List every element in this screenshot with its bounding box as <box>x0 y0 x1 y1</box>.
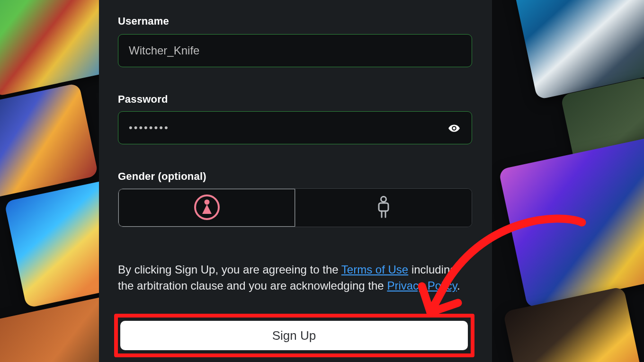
terms-text: By clicking Sign Up, you are agreeing to… <box>118 262 472 294</box>
bg-tile <box>0 0 116 97</box>
female-icon <box>194 194 220 222</box>
signup-panel: Username Password Gender (optional) <box>99 0 492 362</box>
signup-button[interactable]: Sign Up <box>120 321 468 350</box>
eye-icon <box>448 122 460 136</box>
password-label: Password <box>118 93 168 106</box>
privacy-policy-link[interactable]: Privacy Policy <box>387 279 457 292</box>
terms-lead: By clicking Sign Up, you are agreeing to… <box>118 263 341 276</box>
svg-point-1 <box>204 199 209 204</box>
male-icon <box>376 196 392 220</box>
svg-rect-3 <box>379 203 388 211</box>
username-label: Username <box>118 15 169 27</box>
username-input[interactable] <box>118 34 472 67</box>
toggle-password-visibility[interactable] <box>447 122 461 136</box>
terms-of-use-link[interactable]: Terms of Use <box>341 263 408 276</box>
bg-tile <box>0 83 98 201</box>
svg-point-2 <box>381 196 386 202</box>
gender-label: Gender (optional) <box>118 170 206 183</box>
terms-tail: . <box>457 279 460 292</box>
gender-selector <box>118 188 472 227</box>
password-input[interactable] <box>118 111 472 144</box>
gender-option-female[interactable] <box>118 189 295 227</box>
bg-tile <box>503 286 643 362</box>
gender-option-male[interactable] <box>295 189 472 227</box>
bg-tile <box>499 136 644 309</box>
